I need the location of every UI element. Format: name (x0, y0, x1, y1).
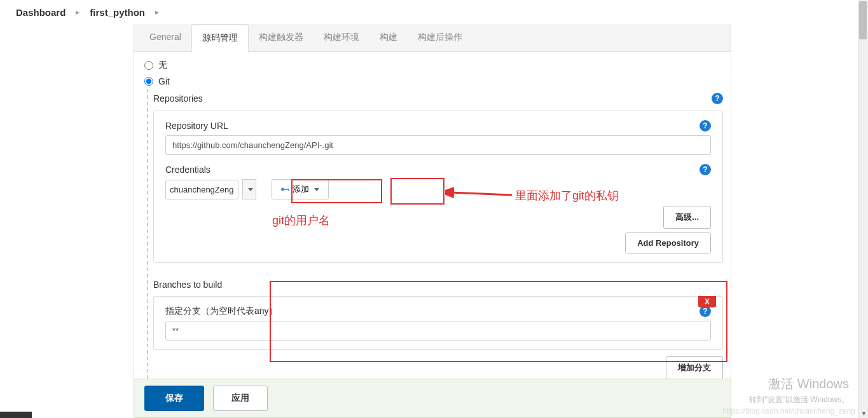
branch-spec-input[interactable] (165, 321, 711, 340)
scroll-down-icon[interactable]: ▾ (858, 408, 868, 418)
credentials-dropdown-button[interactable] (242, 179, 256, 199)
credentials-label: Credentials (165, 165, 210, 175)
chevron-down-icon (314, 188, 319, 191)
key-icon (281, 187, 290, 192)
help-icon[interactable]: ? (712, 93, 723, 104)
radio-git-label: Git (158, 76, 170, 86)
breadcrumb-project[interactable]: first_python (90, 7, 145, 18)
chevron-right-icon: ▸ (155, 8, 159, 17)
watermark-title: 激活 Windows (768, 375, 849, 393)
breadcrumb-dashboard[interactable]: Dashboard (16, 7, 65, 18)
scm-git-row[interactable]: Git (144, 74, 723, 89)
branches-header: Branches to build (153, 276, 723, 293)
repo-url-label: Repository URL (165, 121, 228, 131)
repository-block: Repository URL ? Credentials ? 添加 (153, 111, 723, 263)
branches-title: Branches to build (153, 280, 222, 290)
action-bar: 保存 应用 (134, 379, 731, 418)
add-branch-button[interactable]: 增加分支 (666, 356, 723, 379)
chevron-down-icon (248, 188, 253, 191)
add-repository-button[interactable]: Add Repository (625, 233, 711, 253)
repositories-header: Repositories ? (153, 89, 723, 108)
add-credentials-button[interactable]: 添加 (272, 179, 329, 199)
tab-postbuild[interactable]: 构建后操作 (408, 24, 472, 51)
scm-content: 无 Git Repositories ? Repository URL ? Cr… (134, 52, 731, 387)
credentials-select[interactable] (165, 180, 238, 199)
tab-triggers[interactable]: 构建触发器 (249, 24, 313, 51)
tab-scm[interactable]: 源码管理 (191, 24, 249, 52)
config-panel: General 源码管理 构建触发器 构建环境 构建 构建后操作 无 Git R… (134, 24, 731, 388)
radio-none[interactable] (144, 61, 153, 70)
save-button[interactable]: 保存 (144, 386, 204, 411)
shadow-bar (0, 412, 32, 418)
chevron-right-icon: ▸ (76, 8, 79, 17)
branch-spec-label: 指定分支（为空时代表any） (165, 306, 278, 317)
tab-build[interactable]: 构建 (369, 24, 408, 51)
tab-bar: General 源码管理 构建触发器 构建环境 构建 构建后操作 (134, 24, 731, 52)
branches-block: X 指定分支（为空时代表any） ? (153, 296, 723, 350)
help-icon[interactable]: ? (699, 120, 711, 131)
watermark-sub: 转到"设置"以激活 Windows。 (749, 394, 849, 405)
delete-branch-button[interactable]: X (698, 296, 716, 307)
tab-env[interactable]: 构建环境 (313, 24, 369, 51)
svg-rect-2 (288, 189, 289, 191)
apply-button[interactable]: 应用 (213, 386, 268, 411)
repositories-title: Repositories (153, 93, 203, 104)
scroll-thumb[interactable] (859, 1, 867, 39)
help-icon[interactable]: ? (699, 164, 711, 175)
tab-general[interactable]: General (139, 24, 191, 51)
scrollbar[interactable]: ▴ ▾ (858, 0, 868, 418)
radio-none-label: 无 (158, 60, 167, 71)
scm-none-row[interactable]: 无 (144, 57, 723, 74)
radio-git[interactable] (144, 77, 153, 86)
repo-url-input[interactable] (165, 135, 711, 155)
watermark-url: https://blog.csdn.net/chuancheng_zeng (722, 407, 855, 415)
breadcrumb: Dashboard ▸ first_python ▸ (0, 0, 868, 24)
advanced-button[interactable]: 高级... (663, 206, 711, 229)
